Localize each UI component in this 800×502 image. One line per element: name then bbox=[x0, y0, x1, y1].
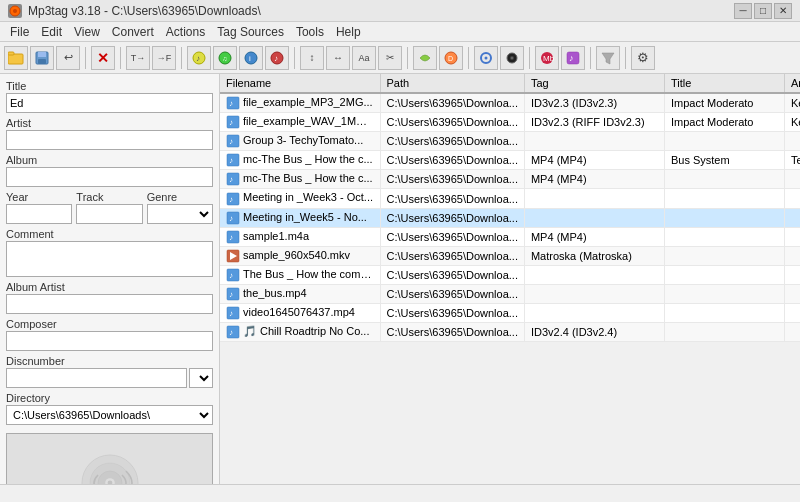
audio-file-icon: ♪ bbox=[226, 287, 240, 301]
album-artist-input[interactable] bbox=[6, 294, 213, 314]
svg-rect-5 bbox=[38, 52, 46, 57]
btn3[interactable]: i bbox=[239, 46, 263, 70]
cell-artist bbox=[784, 246, 800, 265]
cell-tag: Matroska (Matroska) bbox=[524, 246, 664, 265]
filter-button[interactable] bbox=[596, 46, 620, 70]
svg-rect-6 bbox=[38, 59, 46, 64]
discogs-button[interactable] bbox=[500, 46, 524, 70]
composer-label: Composer bbox=[6, 318, 213, 330]
menu-item-tools[interactable]: Tools bbox=[290, 22, 330, 41]
table-row[interactable]: ♪ file_example_MP3_2MG...C:\Users\63965\… bbox=[220, 93, 800, 113]
btn10[interactable]: D bbox=[439, 46, 463, 70]
title-field-group: Title bbox=[6, 80, 213, 113]
discnumber-select[interactable] bbox=[189, 368, 213, 388]
btn1[interactable]: ♪ bbox=[187, 46, 211, 70]
cell-filename: ♪ Meeting in _Week3 - Oct... bbox=[220, 189, 380, 208]
directory-select[interactable]: C:\Users\63965\Downloads\ bbox=[6, 405, 213, 425]
btn6[interactable]: ↔ bbox=[326, 46, 350, 70]
table-row[interactable]: ♪ file_example_WAV_1MG...C:\Users\63965\… bbox=[220, 113, 800, 132]
table-row[interactable]: ♪ Meeting in _Week3 - Oct...C:\Users\639… bbox=[220, 189, 800, 208]
discnumber-input[interactable] bbox=[6, 368, 187, 388]
musicbrainz-button[interactable]: Mb bbox=[535, 46, 559, 70]
freedb-button[interactable] bbox=[474, 46, 498, 70]
open-folder-button[interactable] bbox=[4, 46, 28, 70]
audio-file-icon: ♪ bbox=[226, 134, 240, 148]
table-row[interactable]: ♪ sample1.m4aC:\Users\63965\Downloa...MP… bbox=[220, 227, 800, 246]
sep9 bbox=[625, 47, 626, 69]
svg-text:♪: ♪ bbox=[229, 175, 233, 184]
cell-filename: ♪ the_bus.mp4 bbox=[220, 284, 380, 303]
table-row[interactable]: ♪ video1645076437.mp4C:\Users\63965\Down… bbox=[220, 304, 800, 323]
table-row[interactable]: sample_960x540.mkvC:\Users\63965\Downloa… bbox=[220, 246, 800, 265]
svg-text:i: i bbox=[249, 54, 251, 63]
menu-item-convert[interactable]: Convert bbox=[106, 22, 160, 41]
cell-filename: ♪ file_example_MP3_2MG... bbox=[220, 93, 380, 113]
menu-item-file[interactable]: File bbox=[4, 22, 35, 41]
year-input[interactable] bbox=[6, 204, 72, 224]
cell-path: C:\Users\63965\Downloa... bbox=[380, 189, 524, 208]
title-bar-left: Mp3tag v3.18 - C:\Users\63965\Downloads\ bbox=[8, 4, 261, 18]
window-controls[interactable]: ─ □ ✕ bbox=[734, 3, 792, 19]
genre-select[interactable] bbox=[147, 204, 213, 224]
video-file-icon bbox=[226, 249, 240, 263]
composer-input[interactable] bbox=[6, 331, 213, 351]
artist-label: Artist bbox=[6, 117, 213, 129]
lyrics-button[interactable]: ♪ bbox=[561, 46, 585, 70]
track-input[interactable] bbox=[76, 204, 142, 224]
table-row[interactable]: ♪ Meeting in_Week5 - No...C:\Users\63965… bbox=[220, 208, 800, 227]
menu-item-edit[interactable]: Edit bbox=[35, 22, 68, 41]
maximize-button[interactable]: □ bbox=[754, 3, 772, 19]
table-row[interactable]: ♪ The Bus _ How the comp...C:\Users\6396… bbox=[220, 265, 800, 284]
cell-tag: ID3v2.4 (ID3v2.4) bbox=[524, 323, 664, 342]
btn7[interactable]: Aa bbox=[352, 46, 376, 70]
table-row[interactable]: ♪ 🎵 Chill Roadtrip No Co...C:\Users\6396… bbox=[220, 323, 800, 342]
table-row[interactable]: ♪ the_bus.mp4C:\Users\63965\Downloa... bbox=[220, 284, 800, 303]
minimize-button[interactable]: ─ bbox=[734, 3, 752, 19]
audio-file-icon: ♪ bbox=[226, 325, 240, 339]
remove-button[interactable]: ✕ bbox=[91, 46, 115, 70]
main-content: Title Artist Album Year Track Genre bbox=[0, 74, 800, 484]
save-button[interactable] bbox=[30, 46, 54, 70]
menu-item-view[interactable]: View bbox=[68, 22, 106, 41]
menu-bar: FileEditViewConvertActionsTag SourcesToo… bbox=[0, 22, 800, 42]
btn9[interactable] bbox=[413, 46, 437, 70]
col-artist[interactable]: Artist bbox=[784, 74, 800, 93]
btn4[interactable]: ♪ bbox=[265, 46, 289, 70]
btn2[interactable]: ♫ bbox=[213, 46, 237, 70]
col-filename[interactable]: Filename bbox=[220, 74, 380, 93]
year-field-group: Year bbox=[6, 191, 72, 224]
audio-file-icon: ♪ bbox=[226, 153, 240, 167]
undo-button[interactable]: ↩ bbox=[56, 46, 80, 70]
disc-artwork-icon bbox=[78, 451, 142, 484]
cell-artist bbox=[784, 323, 800, 342]
svg-text:♪: ♪ bbox=[196, 54, 200, 63]
filename-from-tag-button[interactable]: →F bbox=[152, 46, 176, 70]
table-row[interactable]: ♪ mc-The Bus _ How the c...C:\Users\6396… bbox=[220, 151, 800, 170]
album-input[interactable] bbox=[6, 167, 213, 187]
artist-input[interactable] bbox=[6, 130, 213, 150]
comment-textarea[interactable] bbox=[6, 241, 213, 277]
close-button[interactable]: ✕ bbox=[774, 3, 792, 19]
audio-file-icon: ♪ bbox=[226, 211, 240, 225]
table-row[interactable]: ♪ mc-The Bus _ How the c...C:\Users\6396… bbox=[220, 170, 800, 189]
col-tag[interactable]: Tag bbox=[524, 74, 664, 93]
tag-from-filename-button[interactable]: T→ bbox=[126, 46, 150, 70]
album-art[interactable] bbox=[6, 433, 213, 484]
col-path[interactable]: Path bbox=[380, 74, 524, 93]
audio-file-icon: ♪ bbox=[226, 192, 240, 206]
title-input[interactable] bbox=[6, 93, 213, 113]
menu-item-actions[interactable]: Actions bbox=[160, 22, 211, 41]
year-track-genre-row: Year Track Genre bbox=[6, 191, 213, 224]
btn5[interactable]: ↕ bbox=[300, 46, 324, 70]
btn8[interactable]: ✂ bbox=[378, 46, 402, 70]
table-row[interactable]: ♪ Group 3- TechyTomato...C:\Users\63965\… bbox=[220, 132, 800, 151]
col-title[interactable]: Title bbox=[664, 74, 784, 93]
svg-text:♪: ♪ bbox=[229, 99, 233, 108]
settings-button[interactable]: ⚙ bbox=[631, 46, 655, 70]
svg-rect-3 bbox=[8, 52, 14, 55]
audio-file-icon: ♪ bbox=[226, 268, 240, 282]
menu-item-help[interactable]: Help bbox=[330, 22, 367, 41]
menu-item-tag sources[interactable]: Tag Sources bbox=[211, 22, 290, 41]
cell-title bbox=[664, 284, 784, 303]
file-table-wrapper[interactable]: Filename Path Tag Title Artist ♪ file_ex… bbox=[220, 74, 800, 484]
